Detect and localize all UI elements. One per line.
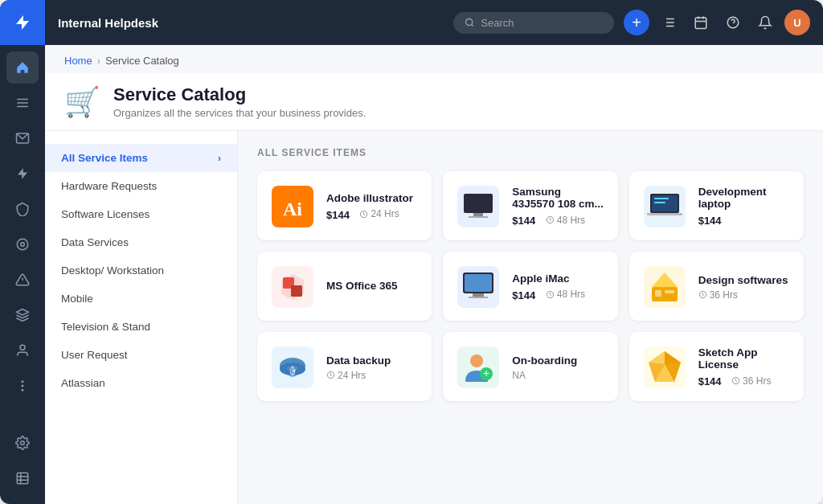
user-avatar[interactable]: U	[784, 10, 810, 35]
svg-rect-38	[469, 216, 488, 218]
catalog-card-data-backup[interactable]: ↺ Data backup 24 Hrs	[257, 332, 432, 401]
svg-rect-14	[17, 473, 28, 484]
card-price-dev-laptop: $144	[698, 215, 722, 227]
sidebar-item-hardware-requests[interactable]: Hardware Requests	[45, 172, 237, 200]
svg-point-70	[470, 354, 483, 367]
nav-icon-user[interactable]	[6, 334, 39, 367]
card-time-data-backup: 24 Hrs	[326, 370, 419, 381]
catalog-card-onboarding[interactable]: + On-boarding NA	[443, 332, 617, 401]
svg-text:+: +	[483, 367, 489, 379]
svg-rect-53	[465, 274, 492, 292]
card-price-apple-imac: $144	[512, 289, 535, 301]
app-title: Internal Helpdesk	[58, 16, 444, 30]
card-info-ms-office: MS Office 365	[326, 280, 419, 295]
catalog-area: ALL SERVICE ITEMS Ai Adobe ill	[238, 131, 823, 504]
icon-nav-bar	[0, 0, 45, 504]
calendar-icon-button[interactable]	[688, 10, 714, 35]
svg-rect-2	[17, 106, 28, 108]
svg-rect-1	[17, 102, 28, 104]
card-title-apple-imac: Apple iMac	[512, 272, 604, 285]
main-area: Internal Helpdesk + U	[45, 0, 823, 504]
sidebar-item-all-service-items[interactable]: All Service Items ›	[45, 144, 237, 172]
breadcrumb-current: Service Catalog	[105, 55, 179, 67]
search-input[interactable]	[481, 17, 603, 29]
card-time-design-softwares: 36 Hrs	[698, 289, 791, 301]
card-time-ai: 24 Hrs	[359, 208, 399, 219]
catalog-card-design-softwares[interactable]: Design softwares 36 Hrs	[629, 252, 804, 321]
nav-icon-table[interactable]	[6, 462, 39, 494]
page-title: Service Catalog	[113, 84, 366, 105]
nav-icon-home[interactable]	[6, 51, 39, 84]
nav-icon-menu[interactable]	[6, 87, 39, 119]
sidebar-item-data-services[interactable]: Data Services	[45, 228, 237, 256]
card-title-onboarding: On-boarding	[512, 354, 604, 367]
app-logo[interactable]	[0, 0, 45, 45]
sidebar-chevron-icon: ›	[218, 153, 221, 164]
svg-point-11	[22, 385, 24, 387]
breadcrumb-home[interactable]: Home	[64, 55, 92, 67]
sidebar-item-software-licenses[interactable]: Software Licenses	[45, 200, 237, 228]
catalog-card-sketch[interactable]: Sketch App License $144 36 Hrs	[629, 332, 804, 401]
svg-point-10	[22, 380, 24, 383]
page-description: Organizes all the services that your bus…	[113, 107, 366, 119]
svg-point-12	[22, 389, 24, 391]
card-icon-ai: Ai	[270, 184, 315, 229]
card-title-design-softwares: Design softwares	[698, 274, 791, 286]
breadcrumb-separator: ›	[97, 55, 100, 67]
catalog-card-adobe-illustrator[interactable]: Ai Adobe illustrator $144 24 Hrs	[257, 171, 432, 240]
svg-rect-61	[665, 290, 674, 293]
nav-icon-circle[interactable]	[6, 228, 39, 260]
sidebar-item-atlassian[interactable]: Atlassian	[45, 369, 237, 397]
card-price-ai: $144	[326, 209, 350, 221]
page-header-icon: 🛒	[64, 85, 100, 119]
svg-line-19	[472, 24, 473, 26]
svg-text:Ai: Ai	[283, 199, 302, 219]
nav-icon-email[interactable]	[6, 122, 39, 154]
sidebar: All Service Items › Hardware Requests So…	[45, 131, 238, 504]
card-time-apple-imac: 48 Hrs	[546, 289, 585, 300]
bell-icon-button[interactable]	[752, 10, 778, 35]
catalog-card-apple-imac[interactable]: Apple iMac $144 48 Hrs	[443, 252, 617, 321]
nav-icon-lightning[interactable]	[6, 158, 39, 190]
svg-rect-69	[457, 346, 499, 388]
nav-icon-layers[interactable]	[6, 299, 39, 331]
card-icon-office	[270, 264, 315, 309]
card-title-samsung: Samsung 43J5570 108 cm...	[512, 186, 604, 210]
svg-rect-36	[464, 194, 493, 213]
nav-icon-dots[interactable]	[6, 370, 39, 402]
nav-icon-settings[interactable]	[6, 427, 39, 459]
card-icon-cloud: ↺	[270, 345, 315, 390]
svg-rect-43	[654, 198, 669, 199]
svg-rect-60	[655, 290, 661, 297]
card-info-design-softwares: Design softwares 36 Hrs	[698, 274, 791, 301]
catalog-card-dev-laptop[interactable]: Development laptop $144	[629, 171, 804, 240]
list-icon-button[interactable]	[656, 10, 682, 35]
catalog-card-ms-office[interactable]: MS Office 365	[257, 252, 432, 321]
add-button[interactable]: +	[624, 10, 649, 35]
card-na-onboarding: NA	[512, 370, 604, 381]
svg-rect-54	[473, 293, 484, 297]
svg-rect-0	[17, 99, 28, 100]
card-title-ms-office: MS Office 365	[326, 280, 419, 292]
help-icon-button[interactable]	[720, 10, 746, 35]
search-box[interactable]	[453, 12, 614, 34]
catalog-card-samsung[interactable]: Samsung 43J5570 108 cm... $144 48 Hrs	[443, 171, 617, 240]
card-icon-sketch	[642, 345, 687, 390]
svg-rect-37	[473, 213, 483, 216]
panel-area: All Service Items › Hardware Requests So…	[45, 131, 823, 504]
page-header: 🛒 Service Catalog Organizes all the serv…	[45, 73, 823, 131]
svg-rect-45	[647, 213, 682, 215]
sidebar-item-mobile[interactable]: Mobile	[45, 285, 237, 313]
nav-icon-shield[interactable]	[6, 193, 39, 225]
sidebar-item-user-request[interactable]: User Request	[45, 341, 237, 369]
sidebar-item-television-stand[interactable]: Television & Stand	[45, 313, 237, 341]
card-info-dev-laptop: Development laptop $144	[698, 186, 791, 227]
catalog-section-title: ALL SERVICE ITEMS	[257, 147, 804, 158]
sidebar-item-desktop-workstation[interactable]: Desktop/ Workstation	[45, 256, 237, 285]
nav-icon-alert[interactable]	[6, 264, 39, 296]
card-icon-design-box	[642, 264, 687, 309]
card-price-sketch: $144	[698, 375, 722, 387]
card-time-sketch: 36 Hrs	[731, 375, 771, 387]
card-icon-person: +	[456, 345, 501, 390]
content-area: Home › Service Catalog 🛒 Service Catalog…	[45, 45, 823, 504]
